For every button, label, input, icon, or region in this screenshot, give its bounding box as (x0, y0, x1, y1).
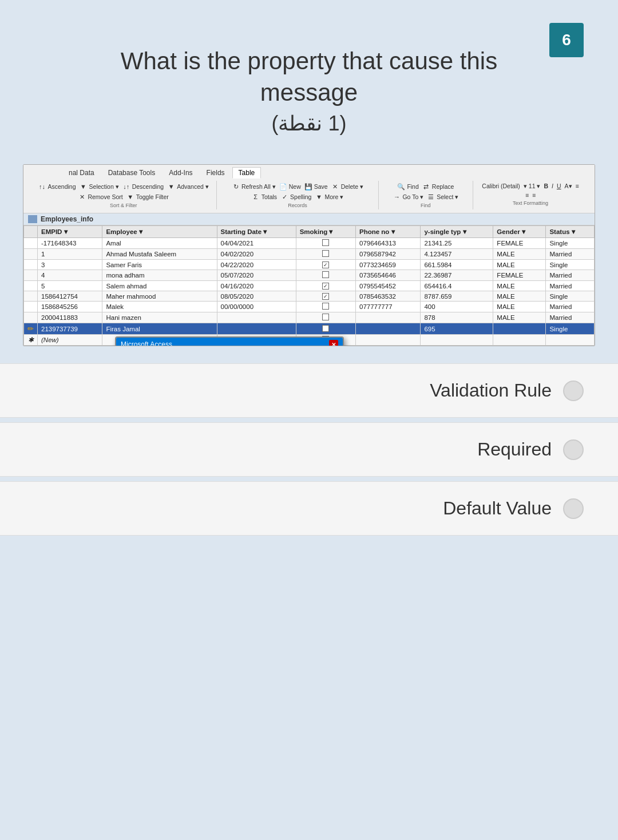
tab-nal-data[interactable]: nal Data (62, 167, 101, 179)
tab-database-tools[interactable]: Database Tools (102, 167, 162, 179)
col-employee[interactable]: Employee ▾ (102, 226, 217, 238)
ribbon-item-more[interactable]: ▼ More ▾ (314, 192, 344, 201)
ribbon-item-align-center[interactable]: ≡ (524, 191, 530, 199)
cell-employee (102, 335, 217, 346)
answer-option-1[interactable]: Validation Rule (0, 363, 618, 418)
answer-option-3[interactable]: Default Value (0, 481, 618, 536)
ribbon-item-align-right[interactable]: ≡ (531, 191, 537, 199)
ascending-label: Ascending (48, 183, 76, 190)
more-icon: ▼ (315, 193, 323, 201)
col-starting-date[interactable]: Starting Date ▾ (217, 226, 296, 238)
ribbon-item-delete[interactable]: ✕ Delete ▾ (330, 182, 365, 191)
cell-starting-date: 05/07/2020 (217, 270, 296, 281)
answer-radio-3[interactable] (563, 498, 584, 519)
ribbon-item-align-left[interactable]: ≡ (575, 182, 580, 190)
cell-status (546, 335, 595, 346)
cell-starting-date (217, 312, 296, 323)
ribbon-item-totals[interactable]: Σ Totals (251, 192, 278, 201)
ribbon-item-find[interactable]: 🔍 Find (396, 182, 419, 191)
cell-employee: Salem ahmad (102, 281, 217, 291)
ribbon-item-selection[interactable]: ▼ Selection ▾ (78, 182, 120, 191)
cell-empid: 2139737739 (38, 323, 102, 335)
cell-smoking (296, 270, 355, 281)
ribbon-item-select[interactable]: ☰ Select ▾ (426, 192, 459, 201)
cell-gender: MALE (493, 291, 546, 302)
ribbon-item-remove-sort[interactable]: ✕ Remove Sort (77, 192, 124, 201)
cell-smoking (296, 249, 355, 260)
ribbon-item-save[interactable]: 💾 Save (303, 182, 329, 191)
col-empid[interactable]: EMPID ▾ (38, 226, 102, 238)
ribbon-item-toggle-filter[interactable]: ▼ Toggle Filter (125, 192, 170, 201)
ribbon-group-text-formatting: Calibri (Detail) ▾ 11 ▾ B I U A▾ ≡ ≡ ≡ T… (473, 181, 588, 209)
tab-add-ins[interactable]: Add-Ins (163, 167, 199, 179)
table-title-bar: Employees_info (23, 213, 595, 225)
cell-smoking (296, 323, 355, 335)
col-status[interactable]: Status ▾ (546, 226, 595, 238)
ascending-icon: ↑↓ (38, 183, 46, 191)
tab-table[interactable]: Table (232, 167, 262, 179)
answer-option-2[interactable]: Required (0, 422, 618, 477)
cell-status: Married (546, 281, 595, 291)
col-phone[interactable]: Phone no ▾ (356, 226, 421, 238)
remove-sort-icon: ✕ (78, 193, 86, 201)
totals-icon: Σ (252, 193, 260, 201)
ribbon-item-font-size[interactable]: ▾ 11 ▾ (522, 182, 542, 190)
cell-employee: Amal (102, 238, 217, 249)
cell-y-single: 695 (421, 323, 493, 335)
ribbon-item-italic[interactable]: I (550, 182, 554, 190)
new-icon: 📄 (279, 183, 287, 191)
find-icon: 🔍 (397, 183, 405, 191)
advanced-icon: ▼ (167, 183, 175, 191)
ribbon-item-font-color[interactable]: A▾ (564, 182, 573, 190)
refresh-label: Refresh All ▾ (241, 183, 276, 190)
ribbon-item-spelling[interactable]: ✓ Spelling (279, 192, 312, 201)
cell-y-single: 21341.25 (421, 238, 493, 249)
ribbon-item-new[interactable]: 📄 New (278, 182, 302, 191)
cell-status: Married (546, 302, 595, 312)
ribbon-item-ascending[interactable]: ↑↓ Ascending (37, 182, 77, 191)
cell-starting-date: 04/16/2020 (217, 281, 296, 291)
cell-smoking (296, 302, 355, 312)
ribbon-item-advanced[interactable]: ▼ Advanced ▾ (166, 182, 210, 191)
cell-y-single: 400 (421, 302, 493, 312)
ribbon-item-descending[interactable]: ↓↑ Descending (121, 182, 165, 191)
cell-gender: MALE (493, 281, 546, 291)
ribbon-item-refresh[interactable]: ↻ Refresh All ▾ (231, 182, 277, 191)
ribbon-item-goto[interactable]: → Go To ▾ (391, 192, 425, 201)
cell-gender (493, 323, 546, 335)
cell-status: Married (546, 312, 595, 323)
ribbon-item-replace[interactable]: ⇄ Replace (421, 182, 455, 191)
sort-filter-group-label: Sort & Filter (110, 203, 137, 208)
select-label: Select ▾ (437, 193, 458, 200)
cell-starting-date: 04/04/2021 (217, 238, 296, 249)
ribbon-content: ↑↓ Ascending ▼ Selection ▾ ↓↑ Descending… (28, 180, 590, 211)
ribbon-item-underline[interactable]: U (556, 182, 562, 190)
sort-filter-items: ↑↓ Ascending ▼ Selection ▾ ↓↑ Descending… (35, 182, 212, 201)
cell-empid: 5 (38, 281, 102, 291)
descending-label: Descending (132, 183, 164, 190)
cell-smoking (296, 291, 355, 302)
col-gender[interactable]: Gender ▾ (493, 226, 546, 238)
cell-phone (356, 312, 421, 323)
answer-radio-2[interactable] (563, 439, 584, 460)
cell-status: Married (546, 249, 595, 260)
cell-y-single: 4.123457 (421, 249, 493, 260)
cell-y-single (421, 335, 493, 346)
delete-label: Delete ▾ (341, 183, 363, 190)
tab-fields[interactable]: Fields (200, 167, 231, 179)
col-y-single[interactable]: y-single typ ▾ (421, 226, 493, 238)
cell-empid: 1586412754 (38, 291, 102, 302)
answer-radio-1[interactable] (563, 381, 584, 401)
cell-phone: 0796587942 (356, 249, 421, 260)
ribbon: nal Data Database Tools Add-Ins Fields T… (23, 165, 595, 213)
cell-starting-date (217, 323, 296, 335)
cell-gender: FEMALE (493, 238, 546, 249)
cell-phone (356, 323, 421, 335)
ribbon-item-bold[interactable]: B (542, 182, 549, 190)
cell-empid: (New) (38, 335, 102, 346)
text-formatting-group-label: Text Formatting (513, 200, 548, 206)
totals-label: Totals (262, 193, 277, 200)
col-smoking[interactable]: Smoking ▾ (296, 226, 355, 238)
ribbon-item-font[interactable]: Calibri (Detail) (481, 182, 521, 190)
cell-gender: MALE (493, 312, 546, 323)
